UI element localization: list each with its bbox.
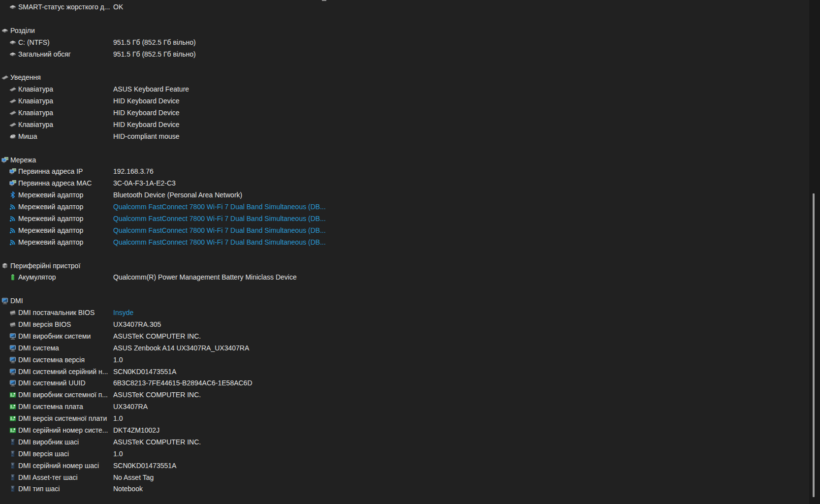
item-value: 1.0: [113, 448, 123, 460]
device-row[interactable]: Загальний обсяг951.5 Гб (852.5 Гб вільно…: [0, 48, 809, 60]
motherboard-icon: [9, 403, 17, 410]
motherboard-icon: [9, 391, 17, 399]
hard-drive-icon: [1, 27, 9, 34]
item-label: DMI Asset-тег шасі: [18, 473, 78, 481]
scrollbar-track[interactable]: [809, 0, 820, 504]
device-row[interactable]: DMI виробник системної п...ASUSTeK COMPU…: [0, 389, 809, 401]
chassis-icon: [9, 485, 17, 493]
item-value-link[interactable]: Insyde: [113, 307, 133, 318]
device-row[interactable]: DMI системна версія1.0: [0, 354, 809, 366]
section-spacer: [0, 13, 809, 25]
item-label: DMI системна версія: [18, 356, 85, 364]
item-value-link[interactable]: Qualcomm FastConnect 7800 Wi-Fi 7 Dual B…: [113, 213, 326, 224]
computer-icon: [1, 297, 9, 305]
device-row[interactable]: Мережевий адапторBluetooth Device (Perso…: [0, 189, 809, 201]
device-row[interactable]: DMI системна платаUX3407RA: [0, 401, 809, 412]
device-row[interactable]: КлавіатураHID Keyboard Device: [0, 95, 809, 107]
device-row[interactable]: Мережевий адапторQualcomm FastConnect 78…: [0, 224, 809, 236]
item-label: Мережевий адаптор: [18, 226, 83, 234]
item-label: DMI версія BIOS: [18, 320, 71, 328]
item-label: DMI версія шасі: [18, 450, 69, 458]
peripherals-icon: [1, 262, 9, 270]
item-value-link[interactable]: Qualcomm FastConnect 7800 Wi-Fi 7 Dual B…: [113, 201, 326, 213]
device-row[interactable]: DMI серійний номер систе...DKT4ZM1002J: [0, 424, 809, 436]
item-value: 951.5 Гб (852.5 Гб вільно): [113, 36, 196, 48]
item-label: Акумулятор: [18, 273, 56, 281]
item-label: DMI системний серійний н...: [18, 368, 108, 376]
item-label: DMI системний UUID: [18, 379, 86, 387]
device-row[interactable]: DMI серійний номер шасіSCN0KD01473551A: [0, 460, 809, 472]
section-title: Мережа: [10, 156, 36, 164]
device-row[interactable]: Мережевий адапторQualcomm FastConnect 78…: [0, 236, 809, 248]
computer-icon: [9, 344, 17, 352]
item-value: ASUSTeK COMPUTER INC.: [113, 436, 201, 448]
section-header-row[interactable]: DMI: [0, 295, 809, 307]
computer-icon: [9, 379, 17, 387]
item-value: Qualcomm(R) Power Management Battery Min…: [113, 271, 297, 283]
device-row[interactable]: DMI постачальник BIOSInsyde: [0, 307, 809, 318]
item-label: Мережевий адаптор: [18, 191, 83, 199]
item-value: 192.168.3.76: [113, 165, 154, 177]
item-value: ASUSTeK COMPUTER INC.: [113, 330, 201, 342]
device-row[interactable]: АкумуляторQualcomm(R) Power Management B…: [0, 271, 809, 283]
device-row[interactable]: DMI Asset-тег шасіNo Asset Tag: [0, 472, 809, 483]
item-value: 951.5 Гб (852.5 Гб вільно): [113, 48, 196, 60]
network-icon: [1, 156, 9, 164]
wifi-icon: [9, 215, 17, 222]
device-row[interactable]: Первинна адреса IP192.168.3.76: [0, 165, 809, 177]
section-spacer: [0, 283, 809, 295]
device-row[interactable]: КлавіатураHID Keyboard Device: [0, 119, 809, 130]
device-row[interactable]: DMI версія шасі1.0: [0, 448, 809, 460]
device-row[interactable]: DMI версія системної плати1.0: [0, 412, 809, 424]
item-value: HID Keyboard Device: [113, 95, 180, 107]
device-row[interactable]: DMI виробник системиASUSTeK COMPUTER INC…: [0, 330, 809, 342]
device-row[interactable]: Мережевий адапторQualcomm FastConnect 78…: [0, 201, 809, 213]
item-label: Загальний обсяг: [18, 50, 71, 58]
network-icon: [9, 167, 17, 175]
device-row[interactable]: DMI тип шасіNotebook: [0, 483, 809, 495]
item-label: DMI виробник системної п...: [18, 391, 108, 399]
device-row[interactable]: DMI системний UUID6B3C8213-7FE44615-B289…: [0, 378, 809, 389]
item-label: Клавіатура: [18, 85, 53, 93]
item-value-link[interactable]: Qualcomm FastConnect 7800 Wi-Fi 7 Dual B…: [113, 224, 326, 236]
device-row[interactable]: DMI версія BIOSUX3407RA.305: [0, 318, 809, 330]
device-row[interactable]: КлавіатураHID Keyboard Device: [0, 107, 809, 119]
item-value: Notebook: [113, 483, 143, 495]
item-label: Первинна адреса IP: [18, 167, 83, 175]
motherboard-icon: [9, 414, 17, 422]
section-header-row[interactable]: Мережа: [0, 154, 809, 166]
device-row[interactable]: DMI системаASUS Zenbook A14 UX3407RA_UX3…: [0, 342, 809, 354]
item-label: Клавіатура: [18, 121, 53, 128]
device-row[interactable]: Мережевий адапторQualcomm FastConnect 78…: [0, 213, 809, 224]
device-row[interactable]: МишаHID-compliant mouse: [0, 130, 809, 142]
wifi-icon: [9, 226, 17, 234]
device-row[interactable]: DMI системний серійний н...SCN0KD0147355…: [0, 366, 809, 378]
item-label: Первинна адреса MAC: [18, 179, 92, 187]
item-value: UX3407RA.305: [113, 318, 161, 330]
item-value: 3C-0A-F3-1A-E2-C3: [113, 177, 176, 189]
item-value-link[interactable]: Qualcomm FastConnect 7800 Wi-Fi 7 Dual B…: [113, 236, 326, 248]
hard-drive-icon: [9, 3, 17, 11]
device-row[interactable]: SMART-статус жорсткого д...OK: [0, 1, 809, 13]
device-row[interactable]: КлавіатураASUS Keyboard Feature: [0, 83, 809, 95]
chip-icon: [9, 320, 17, 328]
section-spacer: [0, 142, 809, 154]
scrollbar-thumb[interactable]: [813, 193, 815, 497]
item-value: 1.0: [113, 354, 123, 366]
item-value: Bluetooth Device (Personal Area Network): [113, 189, 242, 201]
item-value: No Asset Tag: [113, 472, 154, 483]
section-header-row[interactable]: Периферійні пристрої: [0, 260, 809, 272]
item-value: 1.0: [113, 412, 123, 424]
item-label: DMI система: [18, 344, 59, 352]
device-row[interactable]: Первинна адреса MAC3C-0A-F3-1A-E2-C3: [0, 177, 809, 189]
section-header-row[interactable]: Уведення: [0, 71, 809, 83]
item-value: DKT4ZM1002J: [113, 424, 159, 436]
device-row[interactable]: C: (NTFS)951.5 Гб (852.5 Гб вільно): [0, 36, 809, 48]
device-row[interactable]: DMI виробник шасіASUSTeK COMPUTER INC.: [0, 436, 809, 448]
wifi-icon: [9, 203, 17, 211]
computer-icon: [9, 332, 17, 340]
hard-drive-icon: [9, 38, 17, 46]
keyboard-icon: [1, 73, 9, 81]
item-label: DMI тип шасі: [18, 485, 60, 493]
section-header-row[interactable]: Розділи: [0, 25, 809, 36]
